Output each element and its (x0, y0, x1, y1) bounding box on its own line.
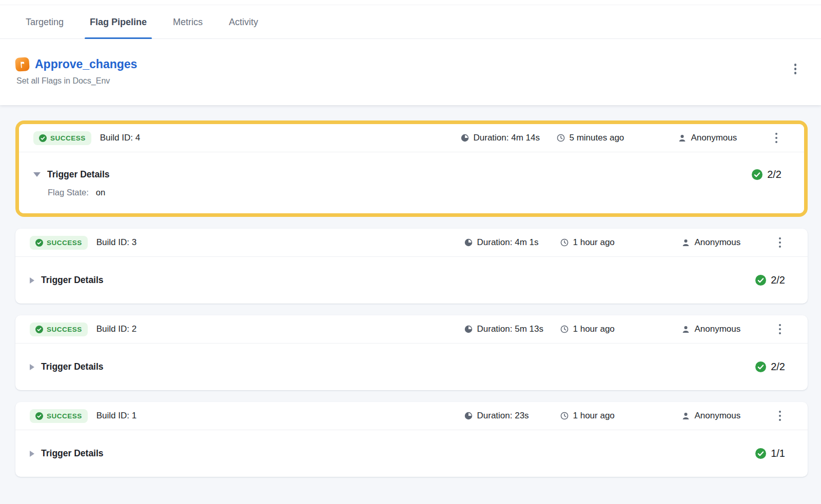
build-id: Build ID: 1 (96, 411, 136, 421)
trigger-details-toggle[interactable]: Trigger Details (30, 448, 104, 459)
build-duration: Duration: 4m 14s (474, 133, 540, 143)
trigger-details-toggle[interactable]: Trigger Details (33, 169, 110, 180)
build-card-4: SUCCESS Build ID: 4 Duration: 4m 14s (19, 124, 804, 213)
build-duration: Duration: 5m 13s (477, 324, 543, 334)
flag-state-label: Flag State: (48, 188, 89, 197)
kebab-menu-icon[interactable] (775, 234, 786, 251)
build-user: Anonymous (695, 237, 741, 248)
build-card-header: SUCCESS Build ID: 4 Duration: 4m 14s (19, 124, 804, 152)
build-duration: Duration: 23s (477, 411, 529, 421)
build-meta: Duration: 23s 1 hour ago Anonymous (464, 411, 775, 421)
check-circle-icon (752, 169, 763, 180)
check-circle-icon (35, 412, 43, 420)
build-card-body: Trigger Details 1/1 (15, 430, 808, 477)
kebab-menu-icon[interactable] (771, 130, 782, 147)
build-user: Anonymous (695, 411, 741, 421)
flag-state-row: Flag State: on (48, 188, 110, 197)
clock-icon (560, 238, 569, 247)
duration-pie-icon (464, 412, 473, 420)
duration-pie-icon (464, 238, 473, 247)
check-circle-icon (755, 275, 766, 286)
build-meta: Duration: 4m 14s 5 minutes ago (461, 133, 771, 143)
check-circle-icon (755, 361, 766, 372)
stage-success-count: 2/2 (755, 361, 785, 373)
build-user: Anonymous (695, 324, 741, 334)
clock-icon (557, 134, 565, 142)
kebab-menu-icon[interactable] (775, 321, 786, 338)
person-icon (678, 134, 687, 143)
kebab-menu-icon[interactable] (790, 61, 801, 77)
tab-metrics[interactable]: Metrics (172, 5, 204, 38)
caret-right-icon (30, 277, 34, 284)
build-user: Anonymous (691, 133, 737, 143)
build-card-header: SUCCESS Build ID: 2 Duration: 5m 13s (15, 315, 808, 344)
page-header: Targeting Flag Pipeline Metrics Activity… (0, 0, 821, 105)
clock-icon (560, 412, 569, 420)
build-time-ago: 1 hour ago (573, 411, 615, 421)
check-circle-icon (755, 448, 766, 459)
duration-pie-icon (464, 325, 473, 333)
build-time-ago: 1 hour ago (573, 237, 615, 248)
tab-targeting[interactable]: Targeting (25, 5, 65, 38)
stage-success-count: 2/2 (755, 274, 785, 286)
build-card-header: SUCCESS Build ID: 3 Duration: 4m 1s 1 (15, 229, 808, 257)
build-meta: Duration: 4m 1s 1 hour ago Anonymous (464, 237, 775, 248)
flag-title-section: Approve_changes Set all Flags in Docs_En… (0, 39, 821, 105)
stage-success-count: 2/2 (752, 169, 781, 180)
highlighted-build-ring: SUCCESS Build ID: 4 Duration: 4m 14s (15, 120, 808, 217)
person-icon (681, 325, 690, 334)
flag-subtitle: Set all Flags in Docs_Env (16, 76, 137, 86)
pipeline-executions-list: SUCCESS Build ID: 4 Duration: 4m 14s (0, 105, 821, 477)
tab-activity[interactable]: Activity (228, 5, 259, 38)
check-circle-icon (35, 326, 43, 333)
page-title[interactable]: Approve_changes (35, 57, 137, 71)
kebab-menu-icon[interactable] (775, 408, 786, 425)
clock-icon (560, 325, 569, 333)
build-time-ago: 1 hour ago (573, 324, 615, 334)
build-card-body: Trigger Details Flag State: on 2/2 (19, 152, 804, 213)
build-card-1: SUCCESS Build ID: 1 Duration: 23s 1 h (15, 402, 808, 477)
build-card-3: SUCCESS Build ID: 3 Duration: 4m 1s 1 (15, 229, 808, 304)
build-card-2: SUCCESS Build ID: 2 Duration: 5m 13s (15, 315, 808, 390)
check-circle-icon (35, 239, 43, 247)
trigger-details-toggle[interactable]: Trigger Details (30, 361, 104, 372)
caret-right-icon (30, 451, 34, 457)
duration-pie-icon (461, 134, 469, 142)
person-icon (681, 238, 690, 247)
trigger-details-toggle[interactable]: Trigger Details (30, 275, 104, 286)
build-id: Build ID: 4 (100, 133, 140, 143)
build-card-header: SUCCESS Build ID: 1 Duration: 23s 1 h (15, 402, 808, 430)
build-id: Build ID: 2 (96, 324, 136, 334)
status-badge: SUCCESS (30, 236, 88, 250)
tab-flag-pipeline[interactable]: Flag Pipeline (89, 5, 148, 38)
check-circle-icon (39, 134, 47, 142)
status-badge: SUCCESS (30, 322, 88, 336)
build-card-body: Trigger Details 2/2 (15, 257, 808, 304)
header-top-edge (0, 0, 821, 5)
build-meta: Duration: 5m 13s 1 hour ago Anonymous (464, 324, 775, 334)
flag-state-value: on (96, 188, 105, 197)
build-card-body: Trigger Details 2/2 (15, 344, 808, 390)
caret-right-icon (30, 364, 34, 370)
build-time-ago: 5 minutes ago (570, 133, 624, 143)
build-duration: Duration: 4m 1s (477, 237, 539, 248)
person-icon (681, 412, 690, 420)
caret-down-icon (33, 172, 41, 177)
build-id: Build ID: 3 (96, 237, 136, 248)
status-badge: SUCCESS (30, 409, 88, 423)
flag-icon (15, 57, 30, 72)
status-badge: SUCCESS (33, 131, 91, 145)
tab-bar: Targeting Flag Pipeline Metrics Activity (0, 5, 821, 39)
stage-success-count: 1/1 (755, 448, 785, 459)
